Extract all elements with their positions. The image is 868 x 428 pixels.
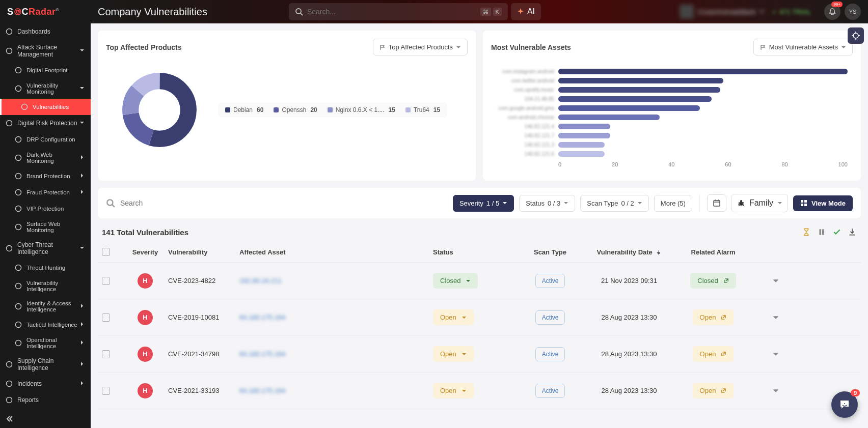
legend-item[interactable]: Openssh20	[274, 106, 317, 113]
legend-item[interactable]: Tru6415	[405, 106, 440, 113]
col-vulnerability[interactable]: Vulnerability	[168, 248, 239, 256]
sidebar-item-attack-surface-management[interactable]: Attack Surface Management	[0, 40, 91, 62]
status-pill[interactable]: Open	[433, 383, 474, 398]
col-asset[interactable]: Affected Asset	[239, 248, 433, 256]
sidebar-item-tactical-intelligence[interactable]: Tactical Intelligence	[0, 317, 91, 333]
related-alarm-pill[interactable]: Open	[693, 383, 734, 398]
bar-row[interactable]: com.spotify.music	[491, 85, 848, 94]
bar-row[interactable]: com.google.android.gms	[491, 103, 848, 112]
flag-icon	[760, 44, 766, 50]
global-search[interactable]: ⌘ K	[289, 3, 508, 20]
chevron-down-icon[interactable]	[772, 277, 779, 284]
org-selector[interactable]: CrownAnimalsBank	[680, 5, 765, 19]
logo[interactable]: SCRadar®	[0, 0, 91, 23]
col-scan[interactable]: Scan Type	[514, 248, 586, 256]
svg-point-16	[16, 265, 21, 271]
bar-row[interactable]: com.twitter.android	[491, 76, 848, 85]
sidebar-item-vulnerability-monitoring[interactable]: Vulnerability Monitoring	[0, 78, 91, 99]
related-alarm-pill[interactable]: Closed	[690, 273, 736, 289]
affected-asset-link[interactable]: 192.80.24.211	[239, 277, 282, 284]
sidebar-item-operational-intelligence[interactable]: Operational Intelligence	[0, 333, 91, 353]
filter-search-input[interactable]	[120, 199, 448, 207]
status-pill[interactable]: Open	[433, 346, 474, 362]
user-avatar-button[interactable]: YS	[845, 4, 861, 20]
chat-support-button[interactable]: 9	[831, 391, 858, 418]
sidebar-item-supply-chain-intelligence[interactable]: Supply Chain Intelligence	[0, 353, 91, 376]
sidebar-item-drp-configuration[interactable]: DRP Configuration	[0, 131, 91, 148]
severity-badge: H	[138, 383, 153, 398]
affected-asset-link[interactable]: 64.180.175.164	[239, 387, 285, 394]
card-title: Most Vulnerable Assets	[491, 43, 571, 51]
svg-point-35	[107, 199, 113, 205]
row-checkbox[interactable]	[102, 387, 110, 395]
notifications-button[interactable]: 99+	[824, 4, 840, 20]
col-severity[interactable]: Severity	[122, 248, 168, 256]
bar-row[interactable]: 104.21.48.85	[491, 94, 848, 103]
products-dropdown[interactable]: Top Affected Products	[373, 39, 468, 55]
fullscreen-tool-button[interactable]	[848, 27, 864, 44]
date-filter-button[interactable]	[707, 194, 726, 212]
bar-row[interactable]: 140.82.121.4	[491, 122, 848, 131]
sidebar-item-digital-footprint[interactable]: Digital Footprint	[0, 62, 91, 78]
more-filter[interactable]: More (5)	[654, 195, 692, 212]
sidebar-item-vulnerabilities[interactable]: Vulnerabilities	[0, 99, 91, 115]
row-checkbox[interactable]	[102, 350, 110, 358]
row-checkbox[interactable]	[102, 313, 110, 322]
status-pill[interactable]: Open	[433, 309, 474, 325]
external-link-icon	[721, 315, 726, 320]
hourglass-icon[interactable]	[802, 227, 811, 237]
view-mode-button[interactable]: View Mode	[793, 195, 853, 211]
sidebar-item-vulnerability-intelligence[interactable]: Vulnerability Intelligence	[0, 276, 91, 296]
sidebar-item-dashboards[interactable]: Dashboards	[0, 23, 91, 40]
sidebar-collapse-button[interactable]	[0, 410, 91, 428]
related-alarm-pill[interactable]: Open	[693, 309, 734, 325]
legend-item[interactable]: Nginx 0.6.X < 1....15	[328, 106, 395, 113]
status-filter[interactable]: Status 0 / 3	[519, 195, 575, 212]
check-icon[interactable]	[832, 227, 842, 237]
vulnerability-id[interactable]: CVE-2019-10081	[168, 313, 239, 321]
download-icon[interactable]	[848, 227, 857, 237]
affected-asset-link[interactable]: 64.180.175.164	[239, 313, 285, 321]
sidebar-item-surface-web-monitoring[interactable]: Surface Web Monitoring	[0, 217, 91, 237]
related-alarm-pill[interactable]: Open	[693, 346, 734, 362]
sidebar-item-dark-web-monitoring[interactable]: Dark Web Monitoring	[0, 148, 91, 168]
assets-dropdown[interactable]: Most Vulnerable Assets	[753, 39, 853, 55]
sidebar-item-vip-protection[interactable]: VIP Protection	[0, 201, 91, 217]
affected-asset-link[interactable]: 64.180.175.164	[239, 350, 285, 358]
chevron-down-icon[interactable]	[772, 314, 779, 321]
vulnerability-id[interactable]: CVE-2023-4822	[168, 277, 239, 284]
family-filter[interactable]: Family	[731, 194, 788, 212]
vulnerability-id[interactable]: CVE-2021-34798	[168, 350, 239, 358]
sidebar-item-cyber-threat-intelligence[interactable]: Cyber Threat Intelligence	[0, 237, 91, 260]
col-date[interactable]: Vulnerability Date	[586, 248, 672, 256]
legend-item[interactable]: Debian60	[225, 106, 263, 113]
ai-button[interactable]: AI	[511, 3, 541, 20]
search-input[interactable]	[307, 8, 478, 16]
bar-row[interactable]: 140.82.121.3	[491, 140, 848, 149]
status-pill[interactable]: Closed	[433, 273, 478, 289]
severity-filter[interactable]: Severity 1 / 5	[453, 195, 514, 212]
col-status[interactable]: Status	[433, 248, 514, 256]
svg-point-17	[16, 283, 21, 289]
sidebar-item-fraud-protection[interactable]: Fraud Protection	[0, 184, 91, 201]
sidebar-item-threat-hunting[interactable]: Threat Hunting	[0, 260, 91, 276]
row-checkbox[interactable]	[102, 277, 110, 285]
scan-type-filter[interactable]: Scan Type 0 / 2	[580, 195, 649, 212]
bar-row[interactable]: 140.82.121.6	[491, 149, 848, 158]
col-alarm[interactable]: Related Alarm	[672, 248, 754, 256]
bar-row[interactable]: com.android.chrome	[491, 112, 848, 122]
select-all-checkbox[interactable]	[102, 248, 110, 256]
chevron-down-icon[interactable]	[772, 351, 779, 358]
sidebar-item-incidents[interactable]: Incidents	[0, 376, 91, 392]
bar-row[interactable]: com.instagram.android	[491, 67, 848, 76]
sidebar-item-identity-access-intelligence[interactable]: Identity & Access Intelligence	[0, 296, 91, 317]
bar-row[interactable]: 140.82.121.7	[491, 131, 848, 140]
sidebar-item-reports[interactable]: Reports	[0, 392, 91, 408]
pause-icon[interactable]	[817, 227, 826, 237]
sidebar-item-digital-risk-protection[interactable]: Digital Risk Protection	[0, 115, 91, 131]
sparkle-icon	[517, 8, 524, 15]
vulnerability-id[interactable]: CVE-2021-33193	[168, 387, 239, 394]
donut-legend: Debian60Openssh20Nginx 0.6.X < 1....15Tr…	[218, 102, 447, 118]
sidebar-item-brand-protection[interactable]: Brand Protection	[0, 168, 91, 184]
chevron-down-icon[interactable]	[772, 387, 779, 394]
